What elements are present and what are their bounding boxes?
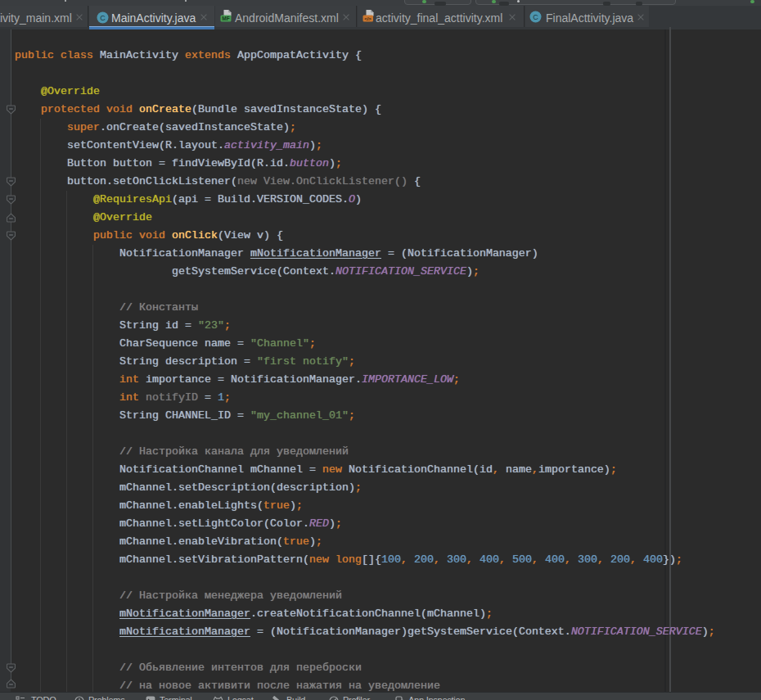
svg-text:MF: MF bbox=[222, 16, 229, 21]
svg-text:C: C bbox=[533, 13, 538, 21]
svg-text:C: C bbox=[100, 14, 106, 22]
svg-text:</>: </> bbox=[364, 16, 371, 21]
